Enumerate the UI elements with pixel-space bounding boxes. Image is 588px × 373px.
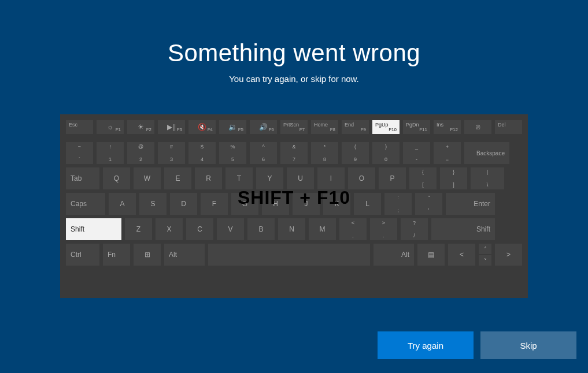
- key-: F4🔇: [188, 120, 216, 134]
- key-: {[: [409, 167, 437, 189]
- error-header: Something went wrong You can try again, …: [0, 0, 588, 84]
- key-: <: [448, 244, 475, 266]
- key-prtscn: PrtScnF7: [280, 120, 308, 134]
- key-l: L: [354, 193, 381, 215]
- key-: F6🔊: [250, 120, 277, 134]
- key-4: $4: [188, 142, 216, 164]
- key-: "': [415, 193, 442, 215]
- key-e: E: [164, 167, 191, 189]
- key-del: Del: [495, 120, 522, 134]
- arrow-up-down-stack: ˄˅: [479, 244, 491, 266]
- page-subtitle: You can try again, or skip for now.: [0, 74, 588, 84]
- key-up-arrow: ˄: [479, 244, 491, 254]
- key-5: %5: [219, 142, 246, 164]
- key-: ▤: [417, 244, 445, 266]
- key-p: P: [379, 167, 406, 189]
- key-: F3▶||: [158, 120, 185, 134]
- key-blank: [208, 244, 370, 266]
- key-7: &7: [280, 142, 308, 164]
- key-z: Z: [125, 218, 152, 240]
- key-: >: [495, 244, 522, 266]
- key-caps: Caps: [66, 193, 105, 215]
- key-b: B: [247, 218, 275, 240]
- key-: F5🔉: [219, 120, 246, 134]
- key-x: X: [156, 218, 183, 240]
- key-: _-: [403, 142, 430, 164]
- key-a: A: [109, 193, 136, 215]
- key-m: M: [309, 218, 336, 240]
- keyboard-illustration: EscF1☼F2☀F3▶||F4🔇F5🔉F6🔊PrtScnF7HomeF8End…: [60, 114, 528, 298]
- key-down-arrow: ˅: [479, 255, 491, 266]
- key-1: !1: [97, 142, 124, 164]
- button-bar: Try again Skip: [378, 331, 576, 359]
- key-alt: Alt: [373, 244, 414, 266]
- try-again-button[interactable]: Try again: [378, 331, 474, 359]
- key-alt: Alt: [164, 244, 205, 266]
- key-v: V: [217, 218, 244, 240]
- key-9: (9: [342, 142, 369, 164]
- key-: :;: [384, 193, 412, 215]
- key-ins: InsF12: [434, 120, 461, 134]
- key-tab: Tab: [66, 167, 99, 189]
- key-: F2☀: [127, 120, 154, 134]
- key-g: G: [231, 193, 258, 215]
- key-u: U: [287, 167, 314, 189]
- key-8: *8: [311, 142, 338, 164]
- key-y: Y: [256, 167, 283, 189]
- key-k: K: [323, 193, 350, 215]
- key-2: @2: [127, 142, 154, 164]
- key-: >.: [370, 218, 397, 240]
- key-d: D: [170, 193, 197, 215]
- key-backspace: Backspace: [464, 142, 509, 164]
- key-: <,: [339, 218, 367, 240]
- key-q: Q: [103, 167, 130, 189]
- key-t: T: [225, 167, 253, 189]
- key-esc: Esc: [66, 120, 93, 134]
- key-h: H: [262, 193, 289, 215]
- key-w: W: [134, 167, 161, 189]
- key-: ~`: [66, 142, 93, 164]
- key-: ⎚: [464, 120, 491, 134]
- key-fn: Fn: [103, 244, 130, 266]
- key-s: S: [139, 193, 167, 215]
- key-0: )0: [372, 142, 400, 164]
- key-: ⊞: [134, 244, 161, 266]
- key-o: O: [348, 167, 375, 189]
- key-j: J: [293, 193, 320, 215]
- key-home: HomeF8: [311, 120, 338, 134]
- key-: ?/: [401, 218, 428, 240]
- key-end: EndF9: [342, 120, 369, 134]
- skip-button[interactable]: Skip: [480, 331, 576, 359]
- key-r: R: [195, 167, 222, 189]
- key-: F1☼: [97, 120, 124, 134]
- key-c: C: [186, 218, 213, 240]
- key-ctrl: Ctrl: [66, 244, 99, 266]
- key-3: #3: [158, 142, 185, 164]
- key-f: F: [201, 193, 228, 215]
- key-shift: Shift: [431, 218, 495, 240]
- key-enter: Enter: [446, 193, 495, 215]
- key-: }]: [440, 167, 467, 189]
- key-: |\: [471, 167, 504, 189]
- page-title: Something went wrong: [0, 39, 588, 67]
- key-6: ^6: [250, 142, 277, 164]
- key-pgdn: PgDnF11: [403, 120, 430, 134]
- key-shift: Shift: [66, 218, 121, 240]
- key-pgup: PgUpF10: [372, 120, 400, 134]
- key-i: I: [317, 167, 345, 189]
- key-n: N: [278, 218, 305, 240]
- key-: +=: [434, 142, 461, 164]
